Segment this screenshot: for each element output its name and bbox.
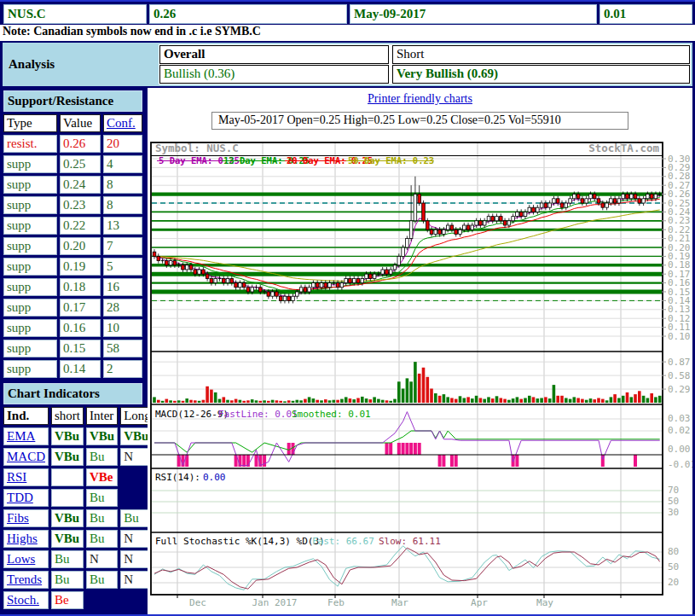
- indicator-name-cell: Stoch.: [3, 591, 49, 609]
- indicator-link-tdd[interactable]: TDD: [7, 491, 33, 504]
- support-resistance-table: Type Value Conf. resist.0.2620supp0.254s…: [1, 112, 145, 381]
- sr-col-value: Value: [60, 114, 101, 132]
- svg-text:20: 20: [668, 577, 679, 588]
- support-resistance-title: Support/Resistance: [3, 90, 142, 112]
- indicator-link-ema[interactable]: EMA: [7, 429, 35, 443]
- sr-cell: 5: [103, 258, 142, 276]
- conf-link[interactable]: Conf.: [107, 116, 136, 130]
- sr-row: supp0.1558: [3, 340, 142, 357]
- sr-cell: supp: [3, 319, 57, 337]
- ci-col-short: short: [51, 407, 84, 425]
- svg-text:50: 50: [668, 496, 679, 507]
- ci-col-inter: Inter: [86, 407, 118, 425]
- indicator-value-cell: [51, 489, 84, 507]
- sr-cell: 0.17: [60, 299, 101, 317]
- indicator-link-highs[interactable]: Highs: [7, 532, 38, 545]
- sr-cell: resist.: [3, 135, 57, 153]
- sr-row: supp0.195: [3, 258, 142, 276]
- analysis-section: Analysis Overall Short Bullish (0.36) Ve…: [3, 43, 692, 86]
- sr-cell: supp: [3, 155, 57, 173]
- indicator-link-fibs[interactable]: Fibs: [7, 511, 29, 525]
- sr-cell: 0.23: [60, 196, 101, 214]
- indicator-value-cell: [51, 468, 84, 486]
- sr-row: supp0.1610: [3, 319, 142, 337]
- sr-cell: supp: [3, 176, 57, 194]
- indicator-name-cell: MACD: [3, 448, 49, 466]
- sr-col-type: Type: [3, 114, 57, 132]
- indicator-value-cell: VBe: [86, 468, 118, 486]
- indicator-name-cell: RSI: [3, 468, 49, 486]
- svg-text:StockTA.com: StockTA.com: [588, 142, 659, 154]
- sr-cell: 7: [103, 237, 142, 255]
- indicator-row: RSIVBe: [3, 468, 154, 486]
- indicator-value-cell: Bu: [51, 571, 84, 589]
- sr-cell: 0.14: [60, 360, 101, 378]
- svg-text:Dec: Dec: [189, 597, 206, 608]
- chart-panel: Printer friendly charts May-05-2017 Open…: [148, 88, 692, 616]
- short-value: Very Bullish (0.69): [392, 65, 690, 84]
- svg-text:0.29 M: 0.29 M: [668, 384, 692, 395]
- sr-row: supp0.142: [3, 360, 142, 378]
- sr-cell: supp: [3, 278, 57, 296]
- indicator-row: TrendsBuBuN: [3, 571, 154, 589]
- svg-text:80: 80: [668, 546, 679, 557]
- sr-cell: supp: [3, 217, 57, 235]
- sr-cell: supp: [3, 237, 57, 255]
- svg-text:30: 30: [668, 507, 679, 518]
- indicator-value-cell: N: [86, 550, 118, 568]
- svg-text:Jan 2017: Jan 2017: [252, 597, 298, 608]
- indicator-value-cell: VBu: [51, 509, 84, 527]
- svg-text:Feb: Feb: [327, 597, 345, 608]
- indicator-value-cell: VBu: [51, 448, 84, 466]
- sr-cell: 8: [103, 196, 142, 214]
- sr-cell: 58: [103, 340, 142, 357]
- sr-cell: 0.15: [60, 340, 101, 357]
- indicator-row: FibsVBuBuBu: [3, 509, 154, 527]
- sr-cell: 0.22: [60, 217, 101, 235]
- sr-cell: 0.26: [60, 135, 101, 153]
- svg-text:-0.01: -0.01: [668, 459, 692, 470]
- indicator-row: LowsBuNN: [3, 550, 154, 568]
- svg-text:50: 50: [668, 561, 679, 572]
- canadian-symbols-note: Note: Canadian symbols now end in .c i.e…: [0, 25, 695, 41]
- svg-text:Smoothed: 0.01: Smoothed: 0.01: [292, 409, 371, 420]
- indicator-value-cell: Be: [51, 591, 84, 609]
- short-header: Short: [392, 45, 690, 64]
- sr-cell: 0.24: [60, 176, 101, 194]
- indicator-value-cell: Bu: [51, 550, 84, 568]
- svg-text:May: May: [536, 597, 553, 608]
- svg-text:50 Day EMA: 0.23: 50 Day EMA: 0.23: [348, 155, 434, 166]
- indicator-name-cell: Lows: [3, 550, 49, 568]
- svg-text:0.87 M: 0.87 M: [668, 357, 692, 368]
- change-value: 0.01: [599, 4, 692, 24]
- svg-text:FastLine: 0.01: FastLine: 0.01: [218, 409, 298, 420]
- indicator-row: TDDBu: [3, 489, 154, 507]
- sr-row: supp0.2213: [3, 217, 142, 235]
- indicator-link-trends[interactable]: Trends: [7, 572, 42, 586]
- sr-cell: supp: [3, 299, 57, 317]
- sr-cell: 20: [103, 135, 142, 153]
- sr-row: supp0.248: [3, 176, 142, 194]
- printer-friendly-link[interactable]: Printer friendly charts: [368, 92, 472, 105]
- sr-cell: 13: [103, 217, 142, 235]
- sr-cell: 0.20: [60, 237, 101, 255]
- overall-header: Overall: [159, 45, 389, 64]
- sr-cell: 0.18: [60, 278, 101, 296]
- indicator-link-rsi[interactable]: RSI: [7, 470, 26, 484]
- stockta-page: { "header": { "symbol": "NUS.C", "price"…: [0, 0, 695, 616]
- sr-row: resist.0.2620: [3, 135, 142, 153]
- sr-row: supp0.1816: [3, 278, 142, 296]
- ci-col-ind: Ind.: [3, 407, 49, 425]
- svg-text:0.58 M: 0.58 M: [668, 370, 692, 381]
- symbol-input[interactable]: NUS.C: [3, 4, 147, 24]
- indicator-link-lows[interactable]: Lows: [7, 552, 35, 566]
- indicator-name-cell: Fibs: [3, 509, 49, 527]
- indicator-value-cell: Bu: [86, 571, 118, 589]
- indicator-name-cell: Highs: [3, 530, 49, 548]
- indicator-name-cell: EMA: [3, 427, 49, 445]
- indicator-link-macd[interactable]: MACD: [7, 450, 45, 463]
- indicator-name-cell: TDD: [3, 489, 49, 507]
- svg-text:Fast: 66.67: Fast: 66.67: [312, 536, 374, 547]
- indicator-link-stoch[interactable]: Stoch.: [7, 593, 39, 607]
- overall-value: Bullish (0.36): [159, 65, 389, 84]
